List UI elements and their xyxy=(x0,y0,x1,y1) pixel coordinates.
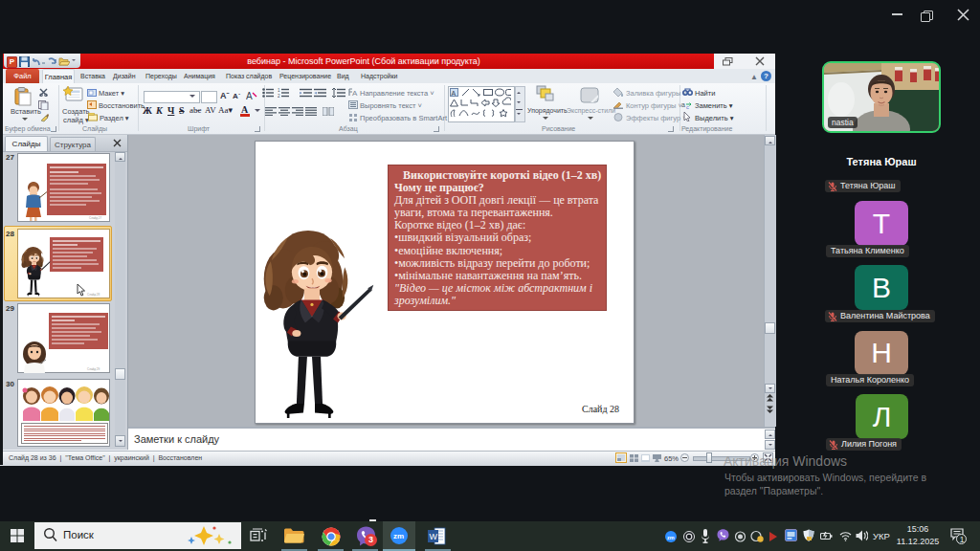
svg-text:W: W xyxy=(430,532,438,541)
svg-text:c: c xyxy=(686,104,689,109)
svg-text:!: ! xyxy=(808,537,809,541)
svg-text:a: a xyxy=(681,101,685,108)
svg-text:1: 1 xyxy=(278,88,280,93)
svg-text:2: 2 xyxy=(278,94,280,98)
svg-text:A: A xyxy=(352,89,358,97)
svg-text:1: 1 xyxy=(960,535,965,544)
svg-text:A: A xyxy=(246,91,253,101)
svg-text:A: A xyxy=(452,90,457,97)
